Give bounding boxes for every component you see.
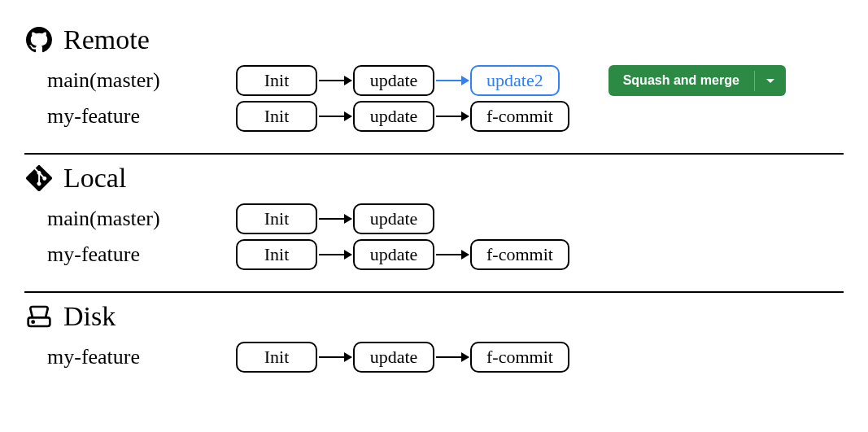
branch-label: my-feature bbox=[24, 242, 236, 267]
branch-row-local-main: main(master) Init update bbox=[24, 203, 844, 234]
branch-row-remote-main: main(master) Init update update2 Squash … bbox=[24, 65, 844, 96]
git-icon bbox=[24, 164, 54, 193]
commit-chain: Init update f-commit bbox=[236, 101, 569, 132]
commit-box: update bbox=[353, 203, 434, 234]
arrow-icon bbox=[319, 116, 351, 117]
arrow-icon bbox=[436, 356, 469, 358]
commit-box: Init bbox=[236, 239, 317, 270]
arrow-icon bbox=[319, 356, 351, 358]
squash-merge-button[interactable]: Squash and merge bbox=[608, 65, 786, 96]
section-header-local: Local bbox=[24, 163, 844, 194]
arrow-icon bbox=[319, 218, 351, 220]
branch-label: my-feature bbox=[24, 104, 236, 129]
section-disk: Disk my-feature Init update f-commit bbox=[24, 293, 844, 394]
commit-box: f-commit bbox=[470, 342, 569, 373]
svg-point-1 bbox=[33, 321, 34, 323]
branch-label: main(master) bbox=[24, 68, 236, 93]
commit-box: Init bbox=[236, 342, 317, 373]
disk-icon bbox=[24, 302, 54, 331]
commit-box: update bbox=[353, 239, 434, 270]
branch-row-local-feature: my-feature Init update f-commit bbox=[24, 239, 844, 270]
commit-box: Init bbox=[236, 203, 317, 234]
branch-row-disk-feature: my-feature Init update f-commit bbox=[24, 342, 844, 373]
chevron-down-icon bbox=[766, 79, 774, 83]
branch-row-remote-feature: my-feature Init update f-commit bbox=[24, 101, 844, 132]
commit-chain: Init update update2 bbox=[236, 65, 560, 96]
commit-box: update bbox=[353, 65, 434, 96]
commit-box: Init bbox=[236, 65, 317, 96]
branch-label: main(master) bbox=[24, 207, 236, 231]
section-local: Local main(master) Init update my-featur… bbox=[24, 155, 844, 291]
dropdown-caret[interactable] bbox=[754, 71, 786, 91]
commit-box-highlight: update2 bbox=[470, 65, 560, 96]
section-title: Remote bbox=[63, 24, 150, 55]
branch-label: my-feature bbox=[24, 345, 236, 369]
commit-box: f-commit bbox=[470, 239, 569, 270]
github-icon bbox=[24, 25, 54, 55]
button-label: Squash and merge bbox=[608, 65, 754, 96]
commit-box: Init bbox=[236, 101, 317, 132]
commit-chain: Init update bbox=[236, 203, 434, 234]
arrow-icon bbox=[436, 116, 469, 117]
arrow-icon bbox=[436, 254, 469, 255]
arrow-icon bbox=[319, 80, 351, 81]
section-title: Local bbox=[63, 163, 126, 194]
section-header-remote: Remote bbox=[24, 24, 844, 55]
section-remote: Remote main(master) Init update update2 … bbox=[24, 16, 844, 153]
arrow-icon bbox=[436, 80, 469, 81]
commit-box: f-commit bbox=[470, 101, 569, 132]
commit-chain: Init update f-commit bbox=[236, 342, 569, 373]
arrow-icon bbox=[319, 254, 351, 255]
commit-chain: Init update f-commit bbox=[236, 239, 569, 270]
section-header-disk: Disk bbox=[24, 301, 844, 332]
section-title: Disk bbox=[63, 301, 116, 332]
commit-box: update bbox=[353, 101, 434, 132]
commit-box: update bbox=[353, 342, 434, 373]
